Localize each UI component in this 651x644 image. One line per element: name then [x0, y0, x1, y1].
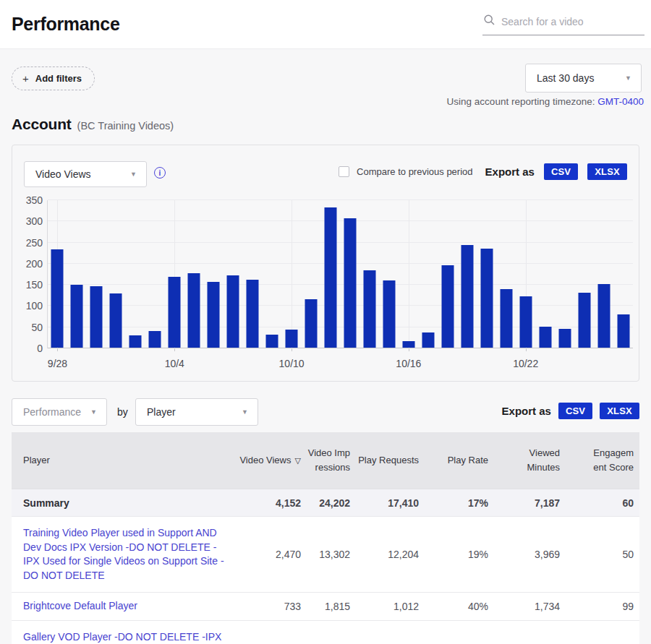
compare-toggle[interactable]: Compare to previous period — [339, 166, 472, 177]
chart-bar[interactable] — [247, 280, 259, 348]
metric-value-cell: 1,012 — [356, 601, 425, 612]
chart-bar[interactable] — [461, 245, 473, 348]
info-icon[interactable]: i — [154, 167, 166, 179]
x-tick-label: 10/16 — [396, 358, 421, 369]
chart-bar[interactable] — [617, 314, 629, 348]
x-gridline — [292, 200, 292, 348]
sort-descending-icon[interactable]: ▽ — [292, 456, 301, 465]
metric-value-cell: 733 — [239, 601, 307, 612]
column-header[interactable]: Play Requests — [356, 453, 425, 468]
x-axis-tick — [57, 348, 58, 351]
column-header-label: Video Impressions — [308, 447, 350, 473]
table-body: Training Video Player used in Support AN… — [12, 516, 639, 644]
chart-bar[interactable] — [90, 286, 103, 348]
chart-bar[interactable] — [188, 273, 200, 348]
column-header[interactable]: Play Rate — [425, 453, 494, 468]
chart-bar[interactable] — [110, 293, 122, 348]
table-summary-row: Summary4,15224,20217,41017%7,18760 — [12, 489, 639, 516]
export-csv-button[interactable]: CSV — [544, 163, 578, 180]
column-header-label: Engagement Score — [593, 447, 634, 473]
chart-bar[interactable] — [129, 335, 142, 348]
table-export-csv-button[interactable]: CSV — [558, 403, 592, 419]
column-header[interactable]: Viewed Minutes — [494, 446, 566, 475]
summary-value: 17,410 — [356, 497, 425, 509]
timezone-label: Using account reporting timezone: — [447, 96, 598, 107]
search-input[interactable] — [501, 16, 643, 27]
search-icon — [484, 14, 495, 28]
column-header-label: Player — [23, 455, 50, 465]
chart-bar[interactable] — [519, 296, 532, 348]
export-as-label: Export as — [485, 166, 535, 178]
date-range-select[interactable]: Last 30 days ▼ — [525, 64, 642, 93]
chart-plot: 9/2810/410/1010/1610/22 — [47, 200, 633, 348]
summary-value: 60 — [566, 497, 639, 509]
chart-bar[interactable] — [149, 331, 161, 348]
player-link[interactable]: Training Video Player used in Support AN… — [23, 517, 239, 592]
y-gridline — [48, 305, 633, 306]
chart-bar[interactable] — [558, 329, 571, 348]
metric-value-cell: 1,815 — [307, 601, 356, 612]
plus-icon: + — [22, 73, 29, 84]
chart-bar[interactable] — [597, 284, 610, 348]
chart-bar[interactable] — [266, 335, 278, 348]
metric-value-cell: 19% — [425, 549, 494, 560]
x-tick-label: 10/4 — [165, 358, 184, 369]
y-gridline — [48, 284, 633, 285]
chart-bar[interactable] — [325, 207, 337, 348]
performance-table: PlayerVideo Views ▽Video ImpressionsPlay… — [12, 432, 639, 644]
chart-bar[interactable] — [227, 275, 239, 348]
y-tick-label: 50 — [31, 322, 43, 333]
chart-bar[interactable] — [539, 327, 551, 348]
chart-bar[interactable] — [383, 280, 395, 348]
chart-bar[interactable] — [480, 249, 493, 348]
table-row: Gallery VOD Player -DO NOT DELETE -IPX U… — [12, 620, 639, 644]
metric-value-cell: 12,204 — [356, 549, 425, 560]
export-xlsx-button[interactable]: XLSX — [587, 163, 627, 180]
secondary-dimension-select[interactable]: Player ▼ — [135, 398, 258, 426]
chart-bar[interactable] — [286, 330, 298, 348]
table-export-controls: Export as CSV XLSX — [499, 403, 639, 419]
chart-bar[interactable] — [578, 293, 590, 348]
y-tick-label: 200 — [26, 258, 43, 270]
chart-bar[interactable] — [169, 277, 181, 348]
page-title: Performance — [12, 14, 120, 35]
chart-bar[interactable] — [363, 270, 375, 348]
chart-bar[interactable] — [402, 341, 414, 348]
metric-select[interactable]: Video Views ▼ — [24, 161, 147, 187]
y-gridline — [48, 242, 633, 243]
column-header[interactable]: Engagement Score — [566, 446, 639, 475]
column-header[interactable]: Video Views ▽ — [239, 453, 307, 468]
chart-bar[interactable] — [71, 285, 83, 348]
top-bar: Performance — [0, 0, 651, 49]
timezone-link[interactable]: GMT-0400 — [597, 96, 644, 107]
column-header[interactable]: Video Impressions — [307, 446, 356, 475]
summary-value: 4,152 — [239, 497, 307, 509]
video-search[interactable] — [482, 13, 644, 35]
column-header-label: Video Views — [239, 455, 291, 465]
dimension-select[interactable]: Performance ▼ — [12, 398, 107, 426]
chart-bar[interactable] — [422, 332, 434, 348]
add-filters-button[interactable]: + Add filters — [12, 66, 95, 90]
secondary-dimension-value: Player — [147, 406, 176, 418]
y-tick-label: 0 — [37, 343, 43, 354]
metric-value: Video Views — [35, 168, 91, 180]
y-gridline — [48, 199, 633, 200]
y-tick-label: 150 — [26, 279, 43, 291]
compare-checkbox[interactable] — [339, 166, 349, 177]
player-link[interactable]: Brightcove Default Player — [23, 593, 239, 620]
chevron-down-icon: ▼ — [130, 171, 137, 178]
table-export-xlsx-button[interactable]: XLSX — [600, 403, 639, 419]
chart-bar[interactable] — [305, 299, 318, 348]
add-filters-label: Add filters — [35, 73, 82, 84]
y-tick-label: 350 — [26, 194, 43, 206]
chart-bar[interactable] — [344, 218, 356, 348]
player-link[interactable]: Gallery VOD Player -DO NOT DELETE -IPX U… — [23, 621, 239, 644]
metric-value-cell: 2,470 — [239, 549, 307, 560]
chart-bar[interactable] — [208, 282, 220, 348]
metric-value-cell: 3,969 — [494, 549, 566, 560]
summary-label: Summary — [12, 497, 239, 509]
chart-bar[interactable] — [500, 289, 512, 348]
chevron-down-icon: ▼ — [90, 408, 97, 416]
chart-bar[interactable] — [51, 249, 64, 348]
chart-bar[interactable] — [441, 265, 454, 348]
